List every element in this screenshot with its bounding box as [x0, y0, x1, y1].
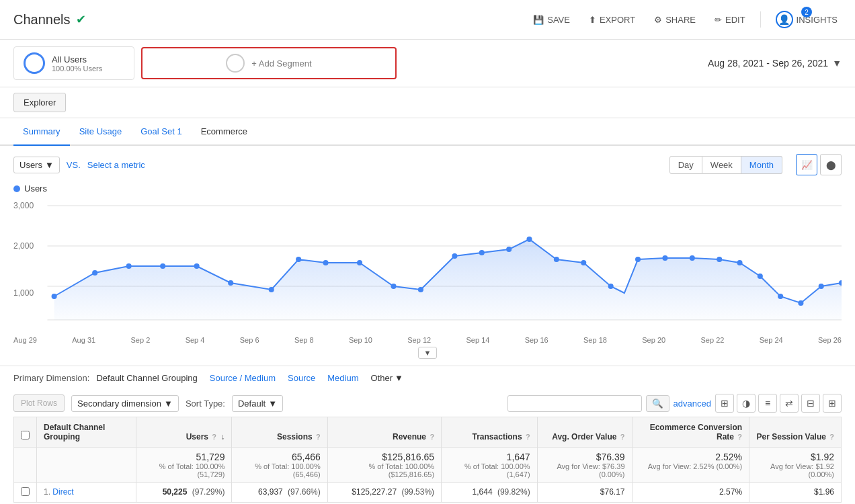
table-row: 1. Direct 50,225 (97.29%) 63,937 (97.66%… — [14, 483, 842, 503]
month-button[interactable]: Month — [741, 156, 782, 174]
svg-point-19 — [452, 253, 457, 259]
tab-site-usage[interactable]: Site Usage — [70, 118, 132, 146]
pivot-view-button[interactable]: ⊟ — [801, 394, 820, 413]
plot-rows-button[interactable]: Plot Rows — [13, 394, 65, 412]
row1-conversion-cell: 2.57% — [632, 483, 749, 503]
x-axis-labels: Aug 29 Aug 31 Sep 2 Sep 4 Sep 6 Sep 8 Se… — [13, 333, 842, 344]
svg-point-8 — [92, 270, 97, 276]
segment-circle — [24, 52, 45, 74]
pie-chart-icon: ⬤ — [826, 160, 836, 170]
totals-users-sub: % of Total: 100.00% (51,729) — [143, 462, 225, 478]
pie-chart-button[interactable]: ⬤ — [820, 154, 842, 175]
metric-selector[interactable]: Users ▼ — [13, 157, 60, 173]
sessions-header[interactable]: Sessions ? — [232, 417, 327, 448]
table-wrapper: Default Channel Grouping Users ? ↓ Sessi… — [0, 417, 855, 504]
users-info-icon[interactable]: ? — [212, 433, 216, 441]
other-dropdown[interactable]: Other ▼ — [370, 373, 403, 383]
avg-order-info-icon[interactable]: ? — [620, 433, 625, 441]
transactions-header[interactable]: Transactions ? — [442, 417, 538, 448]
avg-order-header[interactable]: Avg. Order Value ? — [537, 417, 632, 448]
totals-conversion-cell: 2.52% Avg for View: 2.52% (0.00%) — [632, 448, 749, 483]
conversion-rate-header[interactable]: Ecommerce Conversion Rate ? — [632, 417, 749, 448]
svg-point-17 — [391, 284, 396, 289]
expand-chart-button[interactable]: ▼ — [418, 347, 438, 359]
edit-button[interactable]: ✏ EDIT — [710, 12, 749, 28]
source-link[interactable]: Source — [288, 373, 315, 383]
revenue-header[interactable]: Revenue ? — [327, 417, 441, 448]
svg-point-31 — [758, 274, 763, 279]
line-chart-button[interactable]: 📈 — [796, 154, 817, 175]
week-button[interactable]: Week — [702, 156, 741, 174]
segment-percentage: 100.00% Users — [52, 65, 102, 73]
row1-checkbox-cell[interactable] — [14, 483, 37, 503]
primary-dimension-row: Primary Dimension: Default Channel Group… — [0, 366, 855, 390]
secondary-dimension-select[interactable]: Secondary dimension ▼ — [71, 395, 179, 412]
row1-sessions-cell: 63,937 (97.66%) — [232, 483, 327, 503]
sessions-info-icon[interactable]: ? — [316, 433, 321, 441]
primary-dim-label: Primary Dimension: — [13, 373, 89, 383]
add-segment-button[interactable]: + Add Segment — [141, 47, 397, 79]
segment-row: All Users 100.00% Users + Add Segment Au… — [0, 40, 855, 87]
table-search-input[interactable] — [507, 395, 642, 412]
sort-select[interactable]: Default ▼ — [232, 395, 283, 412]
svg-point-34 — [819, 284, 824, 289]
totals-transactions-cell: 1,647 % of Total: 100.00% (1,647) — [442, 448, 538, 483]
search-button[interactable]: 🔍 — [646, 395, 669, 412]
conversion-rate-info-icon[interactable]: ? — [737, 433, 742, 441]
row1-channel-cell: 1. Direct — [37, 483, 136, 503]
segment-info: All Users 100.00% Users — [52, 54, 102, 73]
list-view-button[interactable]: ≡ — [758, 394, 777, 413]
other-chevron-icon: ▼ — [395, 373, 403, 383]
date-range-text: Aug 28, 2021 - Sep 26, 2021 — [708, 58, 828, 69]
share-button[interactable]: ⚙ SHARE — [650, 12, 700, 28]
toolbar-divider — [760, 11, 761, 28]
row1-channel-link[interactable]: Direct — [52, 487, 73, 497]
chart-expand: ▼ — [13, 347, 842, 359]
x-label-sep14: Sep 14 — [466, 336, 490, 344]
date-range-picker[interactable]: Aug 28, 2021 - Sep 26, 2021 ▼ — [708, 58, 842, 69]
per-session-header[interactable]: Per Session Value ? — [749, 417, 842, 448]
select-all-checkbox[interactable] — [21, 431, 30, 439]
pie-view-button[interactable]: ◑ — [737, 394, 756, 413]
svg-point-15 — [323, 260, 328, 265]
export-button[interactable]: ⬆ EXPORT — [585, 12, 639, 28]
explorer-tab[interactable]: Explorer — [13, 93, 66, 112]
metric-label: Users — [19, 160, 42, 170]
medium-link[interactable]: Medium — [327, 373, 358, 383]
add-segment-circle — [226, 54, 245, 73]
secondary-dim-chevron-icon: ▼ — [164, 398, 173, 409]
users-header[interactable]: Users ? ↓ — [136, 417, 232, 448]
svg-point-24 — [581, 260, 586, 265]
tab-ecommerce[interactable]: Ecommerce — [192, 118, 257, 146]
per-session-info-icon[interactable]: ? — [829, 433, 834, 441]
transactions-info-icon[interactable]: ? — [526, 433, 530, 441]
tab-summary[interactable]: Summary — [13, 118, 70, 146]
svg-point-7 — [52, 294, 57, 299]
totals-revenue-cell: $125,816.65 % of Total: 100.00% ($125,81… — [327, 448, 441, 483]
save-button[interactable]: 💾 SAVE — [529, 12, 574, 28]
select-all-header[interactable] — [14, 417, 37, 448]
totals-transactions-value: 1,647 — [448, 452, 530, 462]
table-view-button[interactable]: ⊞ — [823, 394, 842, 413]
row1-transactions-cell: 1,644 (99.82%) — [442, 483, 538, 503]
svg-point-26 — [635, 257, 641, 262]
advanced-link[interactable]: advanced — [674, 398, 711, 409]
select-metric-link[interactable]: Select a metric — [87, 160, 145, 170]
row1-checkbox[interactable] — [21, 487, 30, 496]
chart-type-buttons: 📈 ⬤ — [796, 154, 842, 175]
day-button[interactable]: Day — [669, 156, 702, 174]
source-medium-link[interactable]: Source / Medium — [210, 373, 276, 383]
svg-point-29 — [717, 257, 722, 262]
revenue-info-icon[interactable]: ? — [430, 433, 434, 441]
compare-view-button[interactable]: ⇄ — [780, 394, 799, 413]
grid-view-button[interactable]: ⊞ — [715, 394, 734, 413]
svg-point-20 — [479, 250, 485, 255]
x-label-sep22: Sep 22 — [701, 336, 725, 344]
insights-button[interactable]: 👤 2 INSIGHTS — [772, 8, 842, 31]
svg-point-30 — [737, 260, 742, 265]
tab-goal-set[interactable]: Goal Set 1 — [131, 118, 191, 146]
svg-point-27 — [662, 255, 667, 261]
sort-default-label: Default — [238, 398, 266, 409]
chart-legend: Users — [13, 183, 842, 194]
pie-icon: ◑ — [742, 398, 750, 409]
